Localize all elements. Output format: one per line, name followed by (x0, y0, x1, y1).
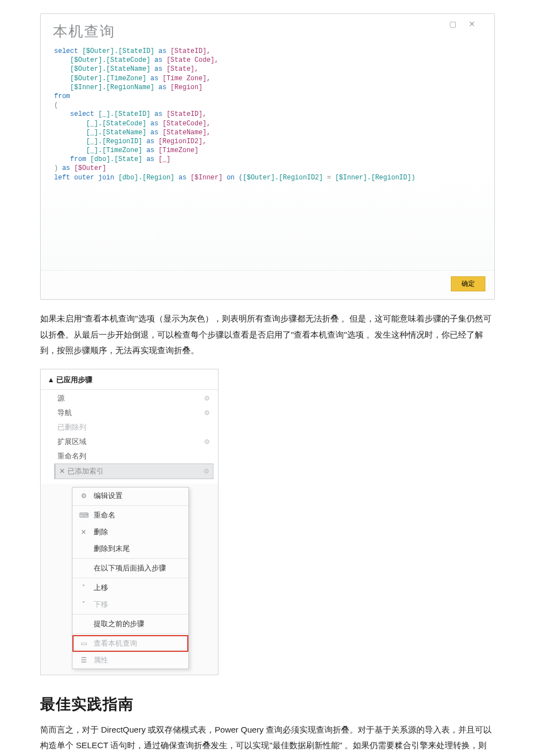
properties-icon: ☰ (79, 656, 88, 664)
window-close-icon[interactable]: ✕ (469, 19, 475, 28)
gear-icon[interactable]: ⚙ (203, 467, 210, 475)
ctx-properties: ☰ 属性 (72, 652, 188, 669)
ctx-view-native-query-disabled: ▭ 查看本机查询 (72, 635, 188, 652)
chevron-down-icon: ˅ (79, 601, 88, 608)
chevron-up-icon: ˄ (79, 584, 88, 592)
native-query-dialog: ▢ ✕ 本机查询 select [$Outer].[StateID] as [S… (40, 13, 495, 300)
gear-icon[interactable]: ⚙ (204, 394, 210, 402)
delete-icon: ✕ (79, 528, 88, 536)
step-rename-columns[interactable]: 重命名列 (54, 449, 213, 464)
gear-icon[interactable]: ⚙ (204, 409, 210, 417)
step-context-menu: ⚙ 编辑设置 ⌨ 重命名 ✕ 删除 删除到末尾 在以下项后面插入步骤 (72, 487, 189, 669)
window-controls: ▢ ✕ (449, 19, 475, 28)
applied-steps-panel: ▲ 已应用步骤 源⚙ 导航⚙ 已删除列 扩展区域⚙ 重命名列 ✕ 已添加索引⚙ (40, 369, 218, 675)
ctx-extract-previous[interactable]: 提取之前的步骤 (72, 616, 188, 632)
paragraph-folding-explanation: 如果未启用"查看本机查询"选项（显示为灰色），则表明所有查询步骤都无法折叠 。但… (40, 311, 495, 359)
step-navigation[interactable]: 导航⚙ (54, 406, 213, 420)
paragraph-best-practices-intro: 简而言之，对于 DirectQuery 或双存储模式表，Power Query … (40, 722, 495, 757)
ok-button[interactable]: 确定 (451, 276, 485, 291)
gear-icon[interactable]: ⚙ (204, 438, 210, 446)
ctx-edit-settings[interactable]: ⚙ 编辑设置 (72, 487, 188, 504)
ctx-move-up[interactable]: ˄ 上移 (72, 579, 188, 596)
ctx-delete-to-end[interactable]: 删除到末尾 (72, 540, 188, 557)
document-icon: ▭ (79, 640, 88, 647)
ctx-move-down: ˅ 下移 (72, 596, 188, 613)
step-added-index-selected[interactable]: ✕ 已添加索引⚙ (54, 464, 213, 479)
sql-code-block: select [$Outer].[StateID] as [StateID], … (53, 47, 482, 182)
ctx-delete[interactable]: ✕ 删除 (72, 524, 188, 540)
ctx-insert-after[interactable]: 在以下项后面插入步骤 (72, 560, 188, 577)
rename-icon: ⌨ (79, 511, 88, 519)
step-removed-columns[interactable]: 已删除列 (54, 420, 213, 435)
dialog-title: 本机查询 (53, 22, 482, 41)
gear-icon: ⚙ (79, 492, 88, 500)
section-best-practices: 最佳实践指南 (40, 694, 495, 714)
applied-steps-header: ▲ 已应用步骤 (41, 369, 218, 390)
ctx-rename[interactable]: ⌨ 重命名 (72, 507, 188, 524)
step-source[interactable]: 源⚙ (54, 391, 213, 406)
window-restore-icon[interactable]: ▢ (449, 19, 456, 28)
step-expand-region[interactable]: 扩展区域⚙ (54, 435, 213, 449)
